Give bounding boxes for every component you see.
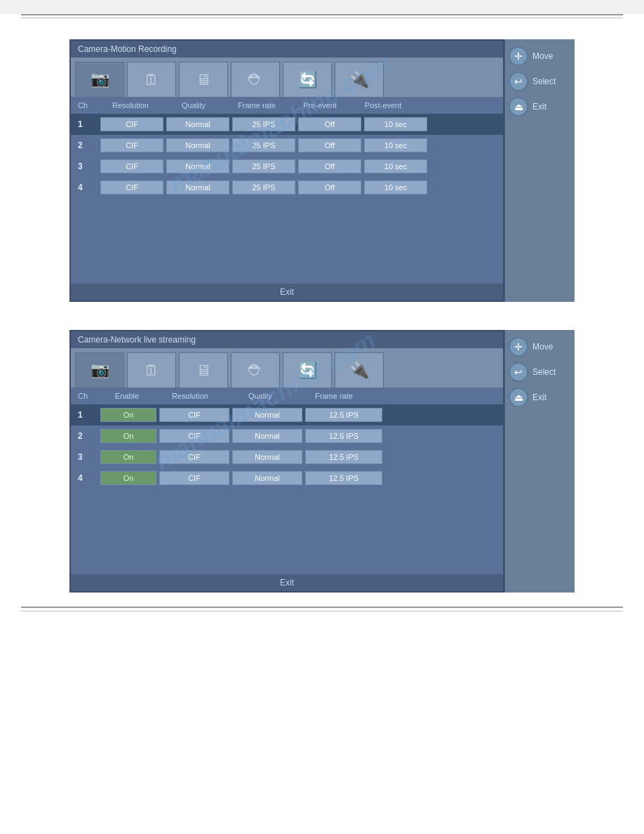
row3-qual[interactable]: Normal xyxy=(166,159,229,173)
p2-select-icon: ↩ xyxy=(509,362,528,382)
panel1-exit-btn[interactable]: ⏏ Exit xyxy=(509,97,546,117)
p2-row4-enable[interactable]: On xyxy=(100,471,156,485)
panel1-row-4[interactable]: 4 CIF Normal 25 IPS Off 10 sec xyxy=(71,177,503,198)
row4-pre[interactable]: Off xyxy=(298,180,361,194)
alert-icon: ⛑ xyxy=(248,71,263,89)
row2-frame[interactable]: 25 IPS xyxy=(232,138,295,152)
row4-post[interactable]: 10 sec xyxy=(364,180,427,194)
panel2-row-3[interactable]: 3 On CIF Normal 12.5 IPS xyxy=(71,446,503,468)
panel1-side: ✛ Move ↩ Select ⏏ Exit xyxy=(504,39,575,302)
panel2-tabbar: 📷 🗓 🖥 ⛑ 🔄 🔌 xyxy=(71,348,503,388)
p2-row4-res[interactable]: CIF xyxy=(159,471,229,485)
panel1-move-label: Move xyxy=(532,51,553,61)
row4-frame[interactable]: 25 IPS xyxy=(232,180,295,194)
panel1-row-3[interactable]: 3 CIF Normal 25 IPS Off 10 sec xyxy=(71,156,503,177)
panel1-select-label: Select xyxy=(532,77,556,86)
tab1-camera[interactable]: 📷 xyxy=(75,62,124,97)
p2-row4-ch: 4 xyxy=(78,473,99,483)
panel1-move-btn[interactable]: ✛ Move xyxy=(509,46,553,66)
panel2-row-4[interactable]: 4 On CIF Normal 12.5 IPS xyxy=(71,468,503,489)
p2-row2-enable[interactable]: On xyxy=(100,429,156,443)
p2-row1-enable[interactable]: On xyxy=(100,408,156,422)
panel2-row-2[interactable]: 2 On CIF Normal 12.5 IPS xyxy=(71,425,503,446)
row2-pre[interactable]: Off xyxy=(298,138,361,152)
row4-qual[interactable]: Normal xyxy=(166,180,229,194)
panel2-select-btn[interactable]: ↩ Select xyxy=(509,362,556,382)
panel1-row-1[interactable]: 1 CIF Normal 25 IPS Off 10 sec xyxy=(71,114,503,135)
panel1-title: Camera-Motion Recording xyxy=(71,41,503,58)
select-icon: ↩ xyxy=(509,72,528,91)
panel2-exit-label: Exit xyxy=(532,392,546,402)
p2-row3-enable[interactable]: On xyxy=(100,450,156,464)
tab2-tools[interactable]: 🔌 xyxy=(335,352,384,388)
row1-post[interactable]: 10 sec xyxy=(364,117,427,131)
p2-col-frame: Frame rate xyxy=(295,392,373,400)
row1-qual[interactable]: Normal xyxy=(166,117,229,131)
p2-row3-res[interactable]: CIF xyxy=(159,450,229,464)
p2-row2-res[interactable]: CIF xyxy=(159,429,229,443)
panel1-exit-bar[interactable]: Exit xyxy=(71,284,503,300)
p2-row3-qual[interactable]: Normal xyxy=(232,450,302,464)
col-frame: Frame rate xyxy=(225,101,288,110)
row1-frame[interactable]: 25 IPS xyxy=(232,117,295,131)
panel2-select-label: Select xyxy=(532,367,556,377)
row2-post[interactable]: 10 sec xyxy=(364,138,427,152)
tab2-network[interactable]: 🔄 xyxy=(283,352,332,388)
row3-ch: 3 xyxy=(78,161,99,171)
row1-pre[interactable]: Off xyxy=(298,117,361,131)
tab1-monitor[interactable]: 🖥 xyxy=(179,62,228,97)
row2-res[interactable]: CIF xyxy=(100,138,163,152)
p2-row2-ch: 2 xyxy=(78,431,99,441)
row3-res[interactable]: CIF xyxy=(100,159,163,173)
tab2-monitor[interactable]: 🖥 xyxy=(179,352,228,388)
panel1-row-2[interactable]: 2 CIF Normal 25 IPS Off 10 sec xyxy=(71,135,503,156)
panel2-side: ✛ Move ↩ Select ⏏ Exit xyxy=(504,330,575,593)
tab1-schedule[interactable]: 🗓 xyxy=(127,62,176,97)
panel2-move-label: Move xyxy=(532,342,553,352)
p2-row4-qual[interactable]: Normal xyxy=(232,471,302,485)
tab2-camera[interactable]: 📷 xyxy=(75,352,124,388)
tab2-schedule[interactable]: 🗓 xyxy=(127,352,176,388)
spacer-between xyxy=(0,302,644,330)
panel2-exit-btn[interactable]: ⏏ Exit xyxy=(509,388,546,407)
row3-pre[interactable]: Off xyxy=(298,159,361,173)
p2-row3-frame[interactable]: 12.5 IPS xyxy=(305,450,382,464)
sub-rule xyxy=(21,18,623,18)
row3-frame[interactable]: 25 IPS xyxy=(232,159,295,173)
bottom-rule2 xyxy=(21,611,623,611)
p2-col-qual: Quality xyxy=(225,392,295,400)
row1-ch: 1 xyxy=(78,119,99,129)
tab1-alert[interactable]: ⛑ xyxy=(231,62,280,97)
tab2-alert[interactable]: ⛑ xyxy=(231,352,280,388)
p2-row1-frame[interactable]: 12.5 IPS xyxy=(305,408,382,422)
p2-row1-res[interactable]: CIF xyxy=(159,408,229,422)
top-rule xyxy=(21,14,623,15)
p2-alert-icon: ⛑ xyxy=(248,362,263,380)
panel1-select-btn[interactable]: ↩ Select xyxy=(509,72,556,91)
p2-row2-frame[interactable]: 12.5 IPS xyxy=(305,429,382,443)
bottom-rule1 xyxy=(21,607,623,608)
panel2-outer: manualmachine.com Camera-Network live st… xyxy=(0,330,644,593)
panel2-col-headers: Ch Enable Resolution Quality Frame rate xyxy=(71,388,503,404)
p2-row3-ch: 3 xyxy=(78,452,99,462)
tab1-network[interactable]: 🔄 xyxy=(283,62,332,97)
row4-res[interactable]: CIF xyxy=(100,180,163,194)
panel2-move-btn[interactable]: ✛ Move xyxy=(509,337,553,357)
tab1-tools[interactable]: 🔌 xyxy=(335,62,384,97)
panel2-exit-bar[interactable]: Exit xyxy=(71,574,503,591)
row1-res[interactable]: CIF xyxy=(100,117,163,131)
p2-col-ch: Ch xyxy=(78,392,99,400)
col-ch: Ch xyxy=(78,101,99,110)
p2-row4-frame[interactable]: 12.5 IPS xyxy=(305,471,382,485)
row3-post[interactable]: 10 sec xyxy=(364,159,427,173)
bottom-rules-container xyxy=(0,607,644,649)
p2-row1-qual[interactable]: Normal xyxy=(232,408,302,422)
schedule-icon: 🗓 xyxy=(144,71,159,89)
panel1-outer: manualmachine.com Camera-Motion Recordin… xyxy=(0,39,644,302)
panel2-row-1[interactable]: 1 On CIF Normal 12.5 IPS xyxy=(71,404,503,425)
tools-icon: 🔌 xyxy=(350,71,369,89)
p2-monitor-icon: 🖥 xyxy=(196,362,211,380)
row2-ch: 2 xyxy=(78,140,99,150)
row2-qual[interactable]: Normal xyxy=(166,138,229,152)
p2-row2-qual[interactable]: Normal xyxy=(232,429,302,443)
